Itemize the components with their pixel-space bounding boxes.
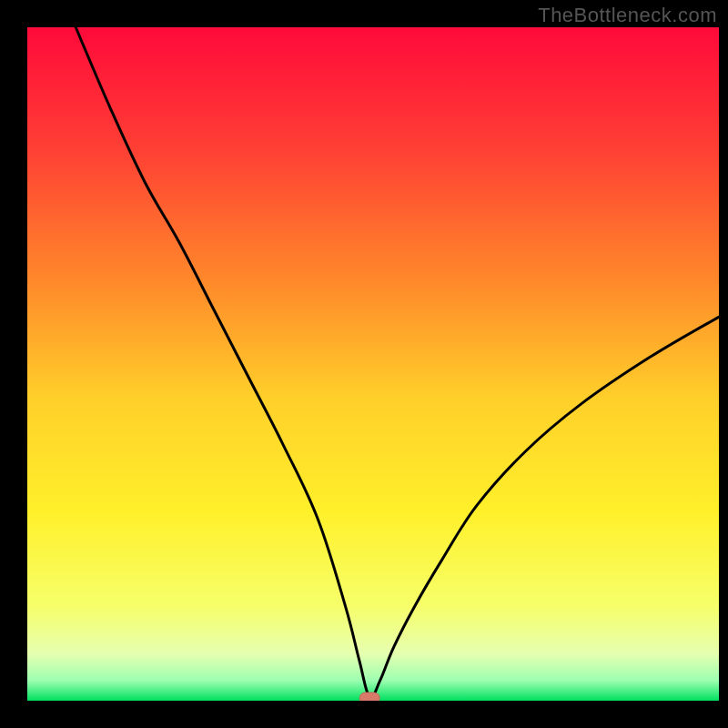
optimal-marker	[359, 693, 379, 703]
bottleneck-chart	[0, 0, 728, 728]
chart-frame: TheBottleneck.com	[0, 0, 728, 728]
watermark-text: TheBottleneck.com	[538, 4, 717, 27]
plot-background-gradient	[27, 27, 719, 701]
